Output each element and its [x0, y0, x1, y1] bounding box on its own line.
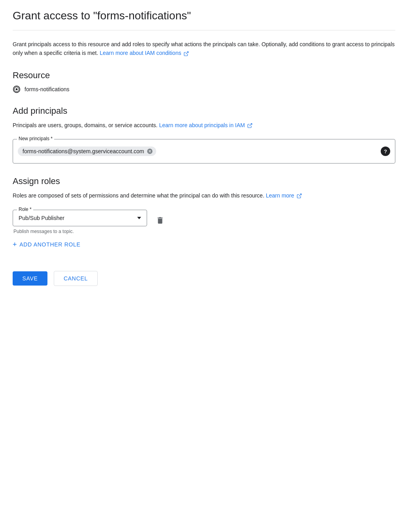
help-icon[interactable]: ?	[381, 147, 390, 156]
new-principals-label: New principals *	[17, 136, 54, 141]
add-role-label: ADD ANOTHER ROLE	[19, 241, 80, 248]
role-row: Role * Pub/Sub Publisher Publish message…	[13, 210, 395, 234]
svg-line-4	[249, 124, 252, 126]
learn-more-roles-link[interactable]: Learn more	[266, 192, 302, 199]
new-principals-field[interactable]: New principals * forms-notifications@sys…	[13, 139, 395, 164]
roles-section: Assign roles Roles are composed of sets …	[13, 176, 395, 252]
page-title: Grant access to "forms-notifications"	[13, 9, 395, 22]
principal-chip: forms-notifications@system.gserviceaccou…	[18, 147, 156, 156]
dropdown-arrow-icon	[137, 217, 141, 219]
pubsub-icon	[13, 85, 21, 93]
actions-bar: SAVE CANCEL	[13, 271, 395, 286]
resource-item: forms-notifications	[13, 85, 395, 93]
external-link-icon-2	[247, 123, 253, 128]
resource-section-title: Resource	[13, 70, 395, 81]
external-link-icon-3	[297, 193, 302, 199]
external-link-icon	[183, 51, 189, 56]
role-field-label: Role *	[17, 207, 33, 212]
add-another-role-button[interactable]: + ADD ANOTHER ROLE	[13, 237, 81, 252]
resource-name: forms-notifications	[25, 86, 70, 92]
svg-point-2	[16, 88, 18, 90]
role-select-dropdown[interactable]: Pub/Sub Publisher	[13, 210, 147, 226]
principals-section: Add principals Principals are users, gro…	[13, 106, 395, 164]
principals-section-title: Add principals	[13, 106, 395, 116]
resource-section: Resource forms-notifications	[13, 70, 395, 93]
roles-section-title: Assign roles	[13, 176, 395, 186]
principals-description: Principals are users, groups, domains, o…	[13, 121, 395, 130]
iam-conditions-link[interactable]: Learn more about IAM conditions	[100, 50, 189, 56]
svg-line-6	[299, 194, 301, 196]
learn-principals-link[interactable]: Learn more about principals in IAM	[159, 122, 253, 128]
role-selected-value: Pub/Sub Publisher	[19, 215, 64, 221]
title-divider	[13, 30, 395, 30]
plus-icon: +	[13, 241, 17, 249]
cancel-button[interactable]: CANCEL	[54, 271, 98, 286]
role-description-text: Publish messages to a topic.	[13, 229, 147, 234]
save-button[interactable]: SAVE	[13, 271, 47, 286]
intro-description: Grant principals access to this resource…	[13, 40, 395, 58]
chip-input-area[interactable]: forms-notifications@system.gserviceaccou…	[18, 144, 389, 158]
delete-role-button[interactable]	[153, 214, 167, 227]
role-field[interactable]: Role * Pub/Sub Publisher	[13, 210, 147, 226]
roles-description: Roles are composed of sets of permission…	[13, 191, 395, 200]
chip-remove-button[interactable]	[147, 148, 153, 154]
chip-value: forms-notifications@system.gserviceaccou…	[23, 148, 144, 154]
svg-line-0	[186, 51, 188, 54]
